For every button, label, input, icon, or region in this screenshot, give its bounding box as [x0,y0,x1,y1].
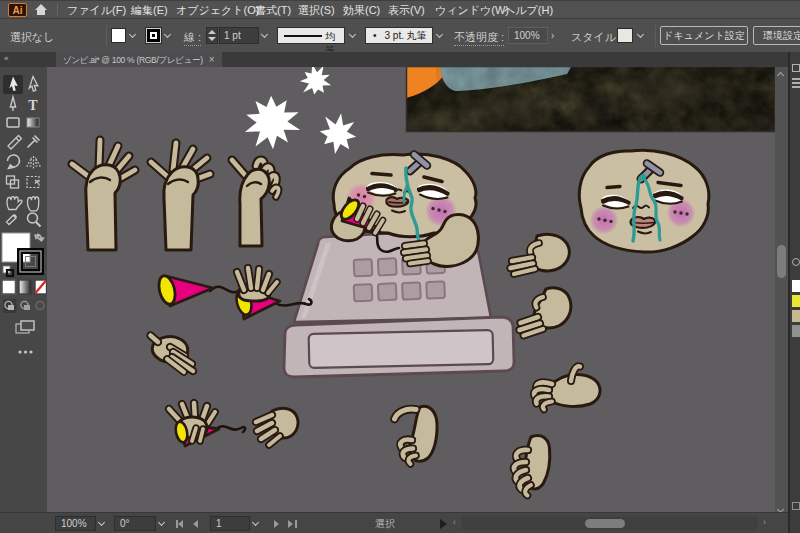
svg-text:T: T [28,98,38,113]
